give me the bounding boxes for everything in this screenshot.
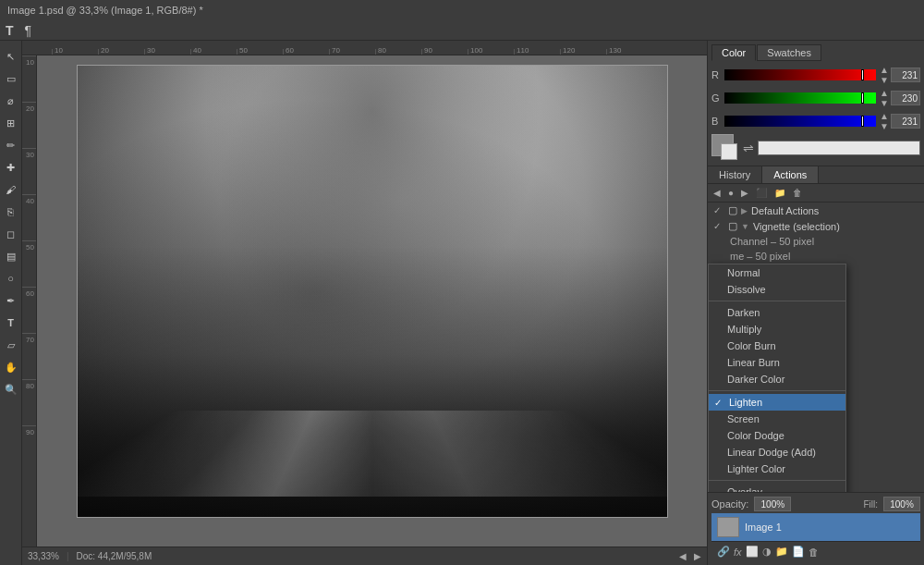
blend-dissolve[interactable]: Dissolve (709, 281, 845, 298)
blend-sep-1 (709, 301, 845, 301)
new-action-button[interactable]: ⬛ (754, 186, 769, 200)
paragraph-tool-icon[interactable]: ¶ (25, 23, 32, 38)
blend-multiply[interactable]: Multiply (709, 321, 845, 338)
ruler-marks-top: 10 20 30 40 50 60 70 80 90 100 110 120 1… (52, 41, 652, 55)
action-item-me[interactable]: me – 50 pixel (708, 249, 924, 264)
history-tabs: History Actions (708, 166, 924, 184)
lasso-tool[interactable]: ⌀ (1, 91, 21, 111)
zoom-tool[interactable]: 🔍 (1, 379, 21, 399)
blend-multiply-label: Multiply (727, 324, 761, 335)
canvas-with-ruler: 10 20 30 40 50 60 70 80 90 (22, 55, 707, 547)
photo-background (78, 66, 667, 517)
clone-tool[interactable]: ⎘ (1, 202, 21, 222)
fx-button[interactable]: fx (734, 547, 742, 558)
g-thumb[interactable] (861, 92, 864, 104)
shape-tool[interactable]: ▱ (1, 335, 21, 355)
blend-normal[interactable]: Normal (709, 264, 845, 281)
b-label: B (711, 116, 721, 127)
scroll-left-icon[interactable]: ◀ (679, 551, 687, 561)
record-button[interactable]: ● (726, 186, 736, 200)
link-layers-icon[interactable]: 🔗 (717, 546, 730, 558)
background-swatch[interactable] (721, 143, 737, 160)
color-result-bar (758, 141, 920, 155)
blend-color-burn[interactable]: Color Burn (709, 338, 845, 354)
g-slider[interactable] (724, 92, 876, 104)
blend-mode-dropdown: Normal Dissolve Darken Multiply Color Bu… (708, 264, 846, 492)
tab-history[interactable]: History (708, 166, 762, 183)
action-expand-vignette[interactable]: ▼ (741, 222, 749, 231)
top-toolbar: T ¶ (0, 20, 924, 41)
new-layer-icon[interactable]: 📄 (792, 546, 805, 558)
add-mask-icon[interactable]: ⬜ (746, 546, 759, 558)
r-input[interactable]: 231 (891, 68, 920, 82)
blend-darken[interactable]: Darken (709, 304, 845, 321)
play-button[interactable]: ▶ (739, 186, 750, 200)
gradient-tool[interactable]: ▤ (1, 246, 21, 266)
ruler-horizontal: 10 20 30 40 50 60 70 80 90 100 110 120 1… (22, 41, 707, 55)
layer-row-image1[interactable]: Image 1 (711, 513, 920, 541)
light-streaks (77, 411, 668, 496)
swap-colors-icon[interactable]: ⇌ (743, 141, 754, 155)
blend-overlay[interactable]: Overlay (709, 484, 845, 492)
blend-screen[interactable]: Screen (709, 411, 845, 427)
action-item-vignette[interactable]: ✓ ▢ ▼ Vignette (selection) (708, 218, 924, 234)
tab-color[interactable]: Color (711, 44, 756, 61)
tab-actions[interactable]: Actions (762, 166, 819, 183)
action-label-vignette: Vignette (selection) (753, 221, 840, 232)
action-item-default[interactable]: ✓ ▢ ▶ Default Actions (708, 203, 924, 218)
folder-button[interactable]: 📁 (772, 186, 787, 200)
color-r-row: R ▲▼ 231 (711, 65, 920, 85)
b-slider[interactable] (724, 116, 876, 127)
layers-panel: Opacity: Fill: Image 1 🔗 fx ⬜ ◑ 📁 (708, 492, 924, 565)
crop-tool[interactable]: ⊞ (1, 113, 21, 133)
action-label-channel: Channel – 50 pixel (730, 236, 814, 247)
delete-action-button[interactable]: 🗑 (791, 186, 804, 200)
blend-darker-color[interactable]: Darker Color (709, 371, 845, 387)
opacity-input[interactable] (754, 497, 791, 511)
dodge-tool[interactable]: ○ (1, 268, 21, 289)
status-bar: 33,33% | Doc: 44,2M/95,8M ◀ ▶ (22, 547, 707, 565)
g-input[interactable]: 230 (891, 91, 920, 105)
brush-tool[interactable]: 🖌 (1, 179, 21, 200)
window-title: Image 1.psd @ 33,3% (Image 1, RGB/8#) * (7, 5, 203, 16)
action-expand-default[interactable]: ▶ (741, 206, 748, 215)
move-tool[interactable]: ↖ (1, 46, 21, 67)
canvas-image[interactable] (77, 65, 668, 518)
hand-tool[interactable]: ✋ (1, 357, 21, 377)
r-thumb[interactable] (861, 69, 864, 80)
eyedropper-tool[interactable]: ✏ (1, 135, 21, 155)
action-item-channel[interactable]: Channel – 50 pixel (708, 234, 924, 249)
select-tool[interactable]: ▭ (1, 68, 21, 89)
r-slider[interactable] (724, 69, 876, 80)
fill-label: Fill: (863, 499, 878, 510)
fill-input[interactable] (883, 497, 920, 511)
delete-layer-icon[interactable]: 🗑 (808, 547, 819, 558)
stop-button[interactable]: ◀ (711, 186, 723, 200)
pen-tool[interactable]: ✒ (1, 290, 21, 311)
b-thumb[interactable] (861, 116, 864, 127)
heal-tool[interactable]: ✚ (1, 157, 21, 178)
type-tool-icon[interactable]: T (6, 23, 14, 38)
action-label-default: Default Actions (751, 205, 819, 216)
b-input[interactable]: 231 (891, 114, 920, 129)
blend-linear-burn[interactable]: Linear Burn (709, 354, 845, 371)
color-panel-tabs: Color Swatches (711, 44, 920, 61)
blend-linear-dodge[interactable]: Linear Dodge (Add) (709, 444, 845, 461)
color-panel: Color Swatches R ▲▼ 231 G ▲▼ (708, 41, 924, 166)
eraser-tool[interactable]: ◻ (1, 224, 21, 244)
blend-lighter-color[interactable]: Lighter Color (709, 461, 845, 477)
action-icon-default: ▢ (728, 204, 737, 216)
check-vignette: ✓ (713, 221, 724, 231)
blend-lighten[interactable]: Lighten (709, 394, 845, 411)
canvas-content (37, 55, 707, 547)
blend-color-dodge[interactable]: Color Dodge (709, 427, 845, 444)
right-panel: Color Swatches R ▲▼ 231 G ▲▼ (707, 41, 924, 565)
new-group-icon[interactable]: 📁 (775, 546, 788, 558)
r-label: R (711, 69, 721, 80)
tab-swatches[interactable]: Swatches (757, 44, 821, 61)
scroll-right-icon[interactable]: ▶ (694, 551, 701, 561)
text-tool[interactable]: T (1, 313, 21, 333)
opacity-label: Opacity: (711, 498, 748, 510)
adjustment-layer-icon[interactable]: ◑ (762, 546, 772, 558)
history-panel: History Actions ◀ ● ▶ ⬛ 📁 🗑 ✓ ▢ ▶ Defaul… (708, 166, 924, 492)
